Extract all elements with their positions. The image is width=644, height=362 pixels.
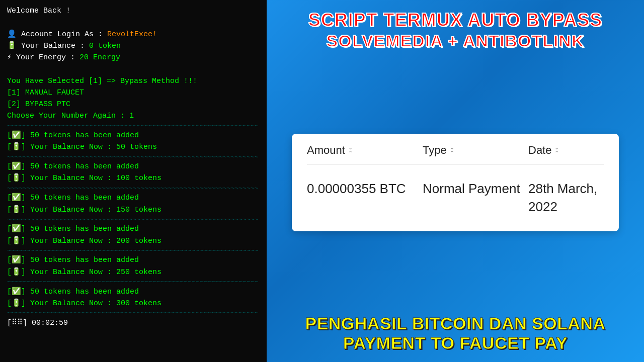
block-6: [✅] 50 tokens has been added [🔋] Your Ba…: [7, 286, 260, 310]
table-row: 0.00000355 BTC Normal Payment 28th March…: [307, 174, 604, 216]
top-title-line2: SOLVEMEDIA + ANTIBOTLINK: [308, 31, 602, 51]
account-value: RevoltExee!: [107, 30, 157, 39]
divider-5: ~~~~~~~~~~~~~~~~~~~~~~~~~~~~~~~~~~~~~~~~…: [7, 247, 260, 255]
divider-3: ~~~~~~~~~~~~~~~~~~~~~~~~~~~~~~~~~~~~~~~~…: [7, 185, 260, 193]
menu1-text: [1] MANUAL FAUCET: [7, 87, 260, 99]
sort-icon-amount[interactable]: ⌄⌃: [348, 145, 353, 156]
menu2-text: [2] BYPASS PTC: [7, 99, 260, 110]
welcome-text: Welcome Back !: [7, 5, 260, 17]
block-4: [✅] 50 tokens has been added [🔋] Your Ba…: [7, 223, 260, 247]
cell-amount: 0.00000355 BTC: [307, 179, 423, 198]
block-2: [✅] 50 tokens has been added [🔋] Your Ba…: [7, 161, 260, 185]
balance-value: 0 token: [89, 42, 121, 50]
energy-value: 20 Energy: [79, 53, 120, 62]
divider-4: ~~~~~~~~~~~~~~~~~~~~~~~~~~~~~~~~~~~~~~~~…: [7, 216, 260, 224]
col-header-date[interactable]: Date ⌄⌃: [528, 144, 604, 157]
selection-text: You Have Selected [1] => Bypass Method !…: [7, 75, 260, 87]
divider-2: ~~~~~~~~~~~~~~~~~~~~~~~~~~~~~~~~~~~~~~~~…: [7, 153, 260, 161]
top-title: SCRIPT TERMUX AUTO BYPASS SOLVEMEDIA + A…: [308, 9, 602, 51]
choose-text: Choose Your Number Again : 1: [7, 110, 260, 122]
divider-1: ~~~~~~~~~~~~~~~~~~~~~~~~~~~~~~~~~~~~~~~~…: [7, 122, 260, 130]
bottom-title-line2: PAYMENT TO FAUCET PAY: [305, 333, 605, 353]
sort-icon-date[interactable]: ⌄⌃: [554, 145, 559, 156]
payment-table: Amount ⌄⌃ Type ⌄⌃ Date ⌄⌃ 0.00000355 BTC…: [292, 134, 619, 231]
energy-line: ⚡ Your Energy : 20 Energy: [7, 52, 260, 63]
block-3: [✅] 50 tokens has been added [🔋] Your Ba…: [7, 192, 260, 216]
terminal-panel: Welcome Back ! 👤 Account Login As : Revo…: [0, 0, 267, 362]
right-panel: SCRIPT TERMUX AUTO BYPASS SOLVEMEDIA + A…: [267, 0, 644, 362]
col-header-amount[interactable]: Amount ⌄⌃: [307, 144, 423, 157]
block-1: [✅] 50 tokens has been added [🔋] Your Ba…: [7, 130, 260, 153]
col-header-type[interactable]: Type ⌄⌃: [423, 144, 528, 157]
block-5: [✅] 50 tokens has been added [🔋] Your Ba…: [7, 254, 260, 278]
bottom-title: PENGHASIL BITCOIN DAN SOLANA PAYMENT TO …: [305, 314, 605, 353]
timer-text: [⠿⠿] 00:02:59: [7, 317, 260, 329]
cell-type: Normal Payment: [423, 179, 528, 198]
col-type-label: Type: [423, 144, 447, 157]
cell-date: 28th March, 2022: [528, 179, 604, 216]
balance-line: 🔋 Your Balance : 0 token: [7, 40, 260, 52]
top-title-line1: SCRIPT TERMUX AUTO BYPASS: [308, 9, 602, 31]
divider-7: ~~~~~~~~~~~~~~~~~~~~~~~~~~~~~~~~~~~~~~~~…: [7, 309, 260, 317]
divider-6: ~~~~~~~~~~~~~~~~~~~~~~~~~~~~~~~~~~~~~~~~…: [7, 278, 260, 286]
col-date-label: Date: [528, 144, 551, 157]
table-header: Amount ⌄⌃ Type ⌄⌃ Date ⌄⌃: [307, 144, 604, 164]
sort-icon-type[interactable]: ⌄⌃: [450, 145, 454, 156]
account-line: 👤 Account Login As : RevoltExee!: [7, 29, 260, 40]
col-amount-label: Amount: [307, 144, 345, 157]
bottom-title-line1: PENGHASIL BITCOIN DAN SOLANA: [305, 314, 605, 333]
